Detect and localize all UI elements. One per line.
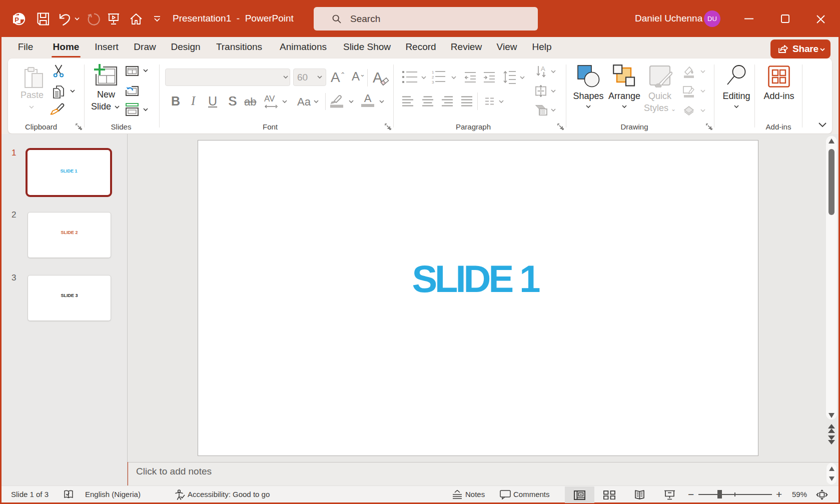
svg-text:1: 1 bbox=[432, 70, 434, 74]
svg-text:A: A bbox=[364, 93, 372, 104]
svg-text:3: 3 bbox=[432, 80, 434, 84]
svg-text:2: 2 bbox=[432, 75, 434, 80]
svg-text:P: P bbox=[15, 16, 19, 24]
svg-text:AV: AV bbox=[264, 94, 275, 104]
svg-text:A: A bbox=[541, 65, 545, 72]
